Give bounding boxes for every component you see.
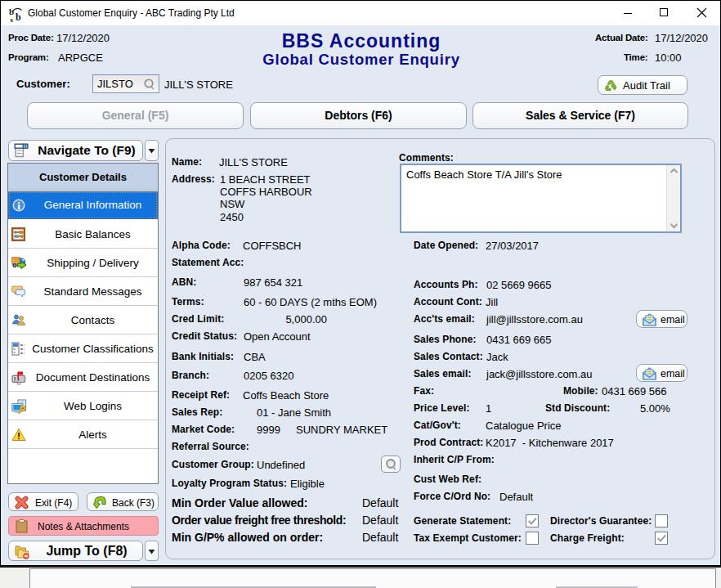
- svg-text:i: i: [17, 200, 20, 212]
- svg-text:s: s: [11, 16, 14, 23]
- svg-text:b: b: [16, 11, 21, 23]
